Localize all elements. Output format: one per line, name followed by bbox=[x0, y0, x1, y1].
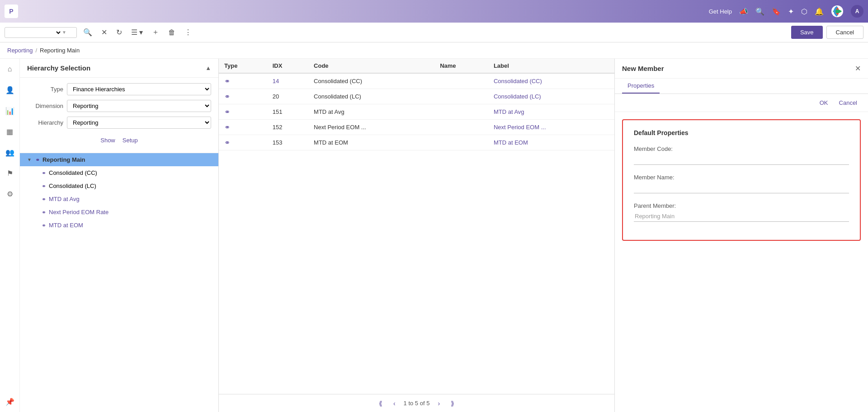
type-row: Type Finance Hierarchies bbox=[27, 83, 211, 95]
cancel-panel-button[interactable]: Cancel bbox=[835, 98, 861, 108]
tree-item-mtd-at-avg[interactable]: ⚭ MTD at Avg bbox=[20, 192, 218, 206]
cell-type: ⚭ bbox=[219, 135, 267, 150]
bookmark-icon[interactable]: 🔖 bbox=[772, 7, 781, 16]
breadcrumb-current: Reporting Main bbox=[40, 47, 80, 54]
pagination: ⟪ ‹ 1 to 5 of 5 › ⟫ bbox=[219, 394, 614, 412]
home-side-icon[interactable]: ⌂ bbox=[3, 62, 17, 76]
tree-item-reporting-main[interactable]: ▼ ⚭ Reporting Main bbox=[20, 153, 218, 166]
prev-page-btn[interactable]: ‹ bbox=[391, 399, 398, 408]
right-panel-title: New Member bbox=[622, 65, 664, 72]
more-button[interactable]: ⋮ bbox=[182, 26, 194, 38]
app-logo: P bbox=[5, 5, 18, 18]
main-layout: ⌂ 👤 📊 ▦ 👥 ⚑ ⚙ 📌 Hierarchy Selection ▲ Ty… bbox=[0, 59, 868, 412]
show-link[interactable]: Show bbox=[100, 137, 115, 144]
cell-code: Consolidated (CC) bbox=[308, 73, 434, 89]
clear-button[interactable]: ✕ bbox=[99, 26, 110, 38]
dimension-row: Dimension Reporting bbox=[27, 100, 211, 112]
member-code-field: Member Code: bbox=[634, 145, 849, 165]
delete-button[interactable]: 🗑 bbox=[165, 27, 178, 38]
member-name-input[interactable] bbox=[634, 183, 849, 193]
cell-label[interactable]: MTD at Avg bbox=[488, 104, 614, 120]
type-select[interactable]: Finance Hierarchies bbox=[67, 83, 211, 95]
cell-code: Next Period EOM ... bbox=[308, 120, 434, 135]
tree-item-label: Next Period EOM Rate bbox=[49, 209, 108, 215]
person-side-icon[interactable]: 👤 bbox=[3, 83, 17, 97]
last-page-btn[interactable]: ⟫ bbox=[448, 399, 457, 408]
announcement-icon[interactable]: 📣 bbox=[739, 7, 748, 16]
cell-label[interactable]: Next Period EOM ... bbox=[488, 120, 614, 135]
compass-icon[interactable]: ✦ bbox=[788, 7, 794, 16]
tree-node-icon: ⚭ bbox=[42, 209, 46, 215]
cell-idx: 152 bbox=[267, 120, 308, 135]
search-icon[interactable]: 🔍 bbox=[755, 7, 764, 16]
cell-label[interactable]: Consolidated (LC) bbox=[488, 89, 614, 104]
next-page-btn[interactable]: › bbox=[435, 399, 443, 408]
breadcrumb-home[interactable]: Reporting bbox=[7, 47, 33, 54]
tree-node-icon: ⚭ bbox=[42, 196, 46, 202]
close-panel-button[interactable]: ✕ bbox=[855, 64, 861, 73]
cell-idx: 153 bbox=[267, 135, 308, 150]
cell-name bbox=[434, 89, 488, 104]
search-box[interactable]: ▼ bbox=[5, 27, 77, 38]
cell-label[interactable]: MTD at EOM bbox=[488, 135, 614, 150]
row-type-icon: ⚭ bbox=[224, 139, 230, 146]
tree-node-icon: ⚭ bbox=[42, 222, 46, 229]
cell-type: ⚭ bbox=[219, 104, 267, 120]
tree-arrow-icon: ▼ bbox=[27, 157, 32, 162]
table-row: ⚭ 151 MTD at Avg MTD at Avg bbox=[219, 104, 614, 120]
pin-side-icon[interactable]: 📌 bbox=[3, 395, 17, 408]
cell-label[interactable]: Consolidated (CC) bbox=[488, 73, 614, 89]
tree-container: ▼ ⚭ Reporting Main ⚭ Consolidated (CC) ⚭… bbox=[20, 153, 218, 412]
get-help-label[interactable]: Get Help bbox=[709, 8, 732, 15]
dimension-select[interactable]: Reporting bbox=[67, 100, 211, 112]
people-side-icon[interactable]: 👥 bbox=[3, 145, 17, 159]
flag-side-icon[interactable]: ⚑ bbox=[3, 166, 17, 180]
col-name: Name bbox=[434, 59, 488, 73]
first-page-btn[interactable]: ⟪ bbox=[376, 399, 385, 408]
tree-item-label: MTD at EOM bbox=[49, 222, 83, 229]
cell-name bbox=[434, 135, 488, 150]
top-nav: P Get Help 📣 🔍 🔖 ✦ ⬡ 🔔 A bbox=[0, 0, 868, 23]
member-name-label: Member Name: bbox=[634, 174, 849, 181]
refresh-button[interactable]: ↻ bbox=[113, 26, 125, 38]
chart-side-icon[interactable]: 📊 bbox=[3, 104, 17, 117]
hierarchy-form: Type Finance Hierarchies Dimension Repor… bbox=[20, 78, 218, 153]
hierarchy-title: Hierarchy Selection bbox=[27, 64, 90, 72]
table-row: ⚭ 152 Next Period EOM ... Next Period EO… bbox=[219, 120, 614, 135]
add-button[interactable]: ＋ bbox=[149, 26, 162, 39]
logo-text: P bbox=[9, 8, 13, 15]
setup-link[interactable]: Setup bbox=[123, 137, 138, 144]
user-avatar[interactable]: A bbox=[851, 5, 863, 18]
parent-member-value: Reporting Main bbox=[634, 211, 849, 222]
hierarchy-panel: Hierarchy Selection ▲ Type Finance Hiera… bbox=[20, 59, 219, 412]
cell-type: ⚭ bbox=[219, 89, 267, 104]
tree-item-mtd-at-eom[interactable]: ⚭ MTD at EOM bbox=[20, 219, 218, 232]
content-area: Type IDX Code Name Label ⚭ 14 Consolidat… bbox=[219, 59, 615, 412]
tree-item-next-period-eom[interactable]: ⚭ Next Period EOM Rate bbox=[20, 206, 218, 219]
list-button[interactable]: ☰ ▾ bbox=[128, 26, 146, 38]
cell-idx[interactable]: 14 bbox=[267, 73, 308, 89]
tree-item-consolidated-cc[interactable]: ⚭ Consolidated (CC) bbox=[20, 166, 218, 179]
table-side-icon[interactable]: ▦ bbox=[3, 125, 17, 138]
hierarchy-collapse-icon[interactable]: ▲ bbox=[205, 65, 211, 71]
dimension-label: Dimension bbox=[27, 103, 63, 109]
cell-code: MTD at EOM bbox=[308, 135, 434, 150]
search-button[interactable]: 🔍 bbox=[80, 26, 95, 38]
col-code: Code bbox=[308, 59, 434, 73]
save-button[interactable]: Save bbox=[791, 26, 823, 39]
cell-idx: 20 bbox=[267, 89, 308, 104]
bell-icon[interactable]: 🔔 bbox=[815, 7, 824, 16]
page-info: 1 to 5 of 5 bbox=[404, 400, 430, 407]
col-label: Label bbox=[488, 59, 614, 73]
ok-button[interactable]: OK bbox=[816, 98, 832, 108]
member-name-field: Member Name: bbox=[634, 174, 849, 193]
cube-icon[interactable]: ⬡ bbox=[801, 7, 807, 16]
hierarchy-header: Hierarchy Selection ▲ bbox=[20, 59, 218, 78]
tree-item-consolidated-lc[interactable]: ⚭ Consolidated (LC) bbox=[20, 179, 218, 192]
settings-side-icon[interactable]: ⚙ bbox=[3, 187, 17, 201]
hierarchy-select[interactable]: Reporting bbox=[67, 117, 211, 129]
member-code-input[interactable] bbox=[634, 154, 849, 165]
cancel-button[interactable]: Cancel bbox=[826, 26, 863, 39]
tab-properties[interactable]: Properties bbox=[622, 79, 660, 94]
search-dropdown[interactable] bbox=[8, 29, 62, 36]
